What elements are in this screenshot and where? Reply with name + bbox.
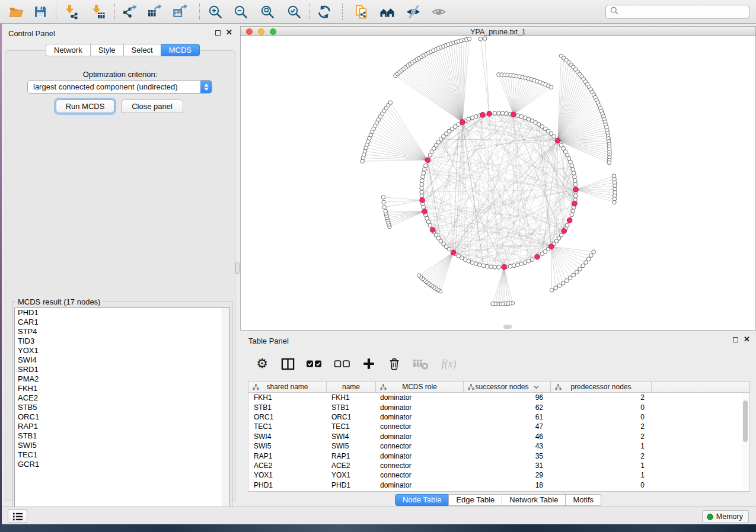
mcds-result-item[interactable]: TID3 — [15, 336, 229, 346]
column-header-name[interactable]: name — [327, 382, 376, 392]
leaf-node[interactable] — [561, 281, 565, 286]
zoom-selected-icon[interactable] — [286, 4, 302, 20]
leaf-node[interactable] — [479, 37, 483, 41]
table-row[interactable]: TEC1TEC1connector472 — [248, 422, 749, 431]
mcds-result-item[interactable]: STB1 — [15, 431, 229, 441]
mcds-node[interactable] — [555, 138, 560, 143]
window-zoom-icon[interactable] — [270, 28, 276, 35]
leaf-node[interactable] — [613, 200, 617, 204]
import-network-icon[interactable] — [63, 4, 79, 20]
leaf-node[interactable] — [388, 101, 393, 105]
mcds-result-item[interactable]: SWI5 — [15, 441, 229, 450]
network-titlebar[interactable]: YPA_prune.txt_1 — [240, 26, 756, 36]
table-row[interactable]: PHD1PHD1dominator180 — [248, 480, 749, 490]
mcds-node[interactable] — [567, 217, 572, 223]
save-session-icon[interactable] — [33, 4, 48, 20]
tab-mcds[interactable]: MCDS — [161, 44, 200, 56]
network-node[interactable] — [423, 167, 427, 171]
tab-select[interactable]: Select — [123, 44, 161, 56]
panel-splitter-handle[interactable] — [235, 262, 240, 274]
close-panel-button[interactable]: Close panel — [121, 100, 183, 113]
column-header-mcds-role[interactable]: MCDS role — [376, 382, 464, 392]
mcds-node[interactable] — [573, 187, 579, 192]
mcds-result-item[interactable]: ACE2 — [15, 393, 229, 403]
delete-row-icon[interactable] — [387, 356, 402, 371]
network-node[interactable] — [489, 265, 493, 269]
mcds-result-item[interactable]: CAR1 — [15, 318, 229, 327]
canvas-hscroll-thumb[interactable] — [503, 325, 512, 329]
mcds-node[interactable] — [451, 250, 456, 255]
leaf-node[interactable] — [483, 37, 487, 41]
network-node[interactable] — [570, 213, 574, 217]
mcds-result-item[interactable]: SWI4 — [15, 355, 229, 365]
tab-style[interactable]: Style — [90, 44, 124, 56]
refresh-layout-icon[interactable] — [317, 4, 332, 20]
float-panel-icon[interactable] — [215, 30, 221, 36]
mcds-node[interactable] — [422, 209, 428, 214]
mcds-node[interactable] — [420, 198, 425, 203]
network-node[interactable] — [573, 179, 578, 183]
mcds-node[interactable] — [572, 201, 578, 206]
run-mcds-button[interactable]: Run MCDS — [56, 100, 114, 113]
network-node[interactable] — [420, 194, 424, 198]
network-node[interactable] — [516, 114, 520, 118]
memory-button[interactable]: Memory — [702, 510, 749, 523]
column-layout-icon[interactable] — [280, 356, 295, 371]
mcds-result-item[interactable]: SRD1 — [15, 365, 229, 374]
network-node[interactable] — [481, 264, 486, 268]
mcds-result-item[interactable]: TEC1 — [15, 450, 229, 460]
tab-motifs[interactable]: Motifs — [565, 494, 601, 506]
leaf-node[interactable] — [586, 257, 591, 261]
tab-network[interactable]: Network — [46, 44, 91, 56]
mcds-node[interactable] — [511, 112, 516, 117]
leaf-node[interactable] — [554, 286, 558, 290]
mcds-node[interactable] — [480, 112, 486, 117]
open-session-icon[interactable] — [8, 4, 24, 20]
tab-node-table[interactable]: Node Table — [395, 494, 449, 506]
leaf-node[interactable] — [382, 200, 386, 204]
mcds-result-list[interactable]: PHD1CAR1STP4TID3YOX1SWI4SRD1PMA2FKH1ACE2… — [14, 307, 230, 520]
network-node[interactable] — [420, 190, 424, 194]
close-panel-icon[interactable]: ✕ — [226, 30, 232, 36]
network-node[interactable] — [493, 265, 497, 270]
leaf-node[interactable] — [575, 270, 579, 274]
network-node[interactable] — [421, 175, 425, 179]
export-table-icon[interactable] — [147, 4, 162, 20]
leaf-node[interactable] — [467, 37, 471, 41]
table-row[interactable]: YOX1YOX1connector291 — [248, 470, 749, 480]
network-canvas[interactable] — [240, 36, 756, 331]
leaf-node[interactable] — [381, 196, 385, 200]
column-header-shared-name[interactable]: shared name — [248, 382, 327, 392]
mcds-node[interactable] — [562, 228, 567, 233]
network-node[interactable] — [571, 167, 575, 171]
mcds-result-item[interactable]: ORC1 — [15, 412, 229, 422]
import-table-icon[interactable] — [90, 4, 106, 20]
network-node[interactable] — [572, 171, 576, 175]
hide-selected-icon[interactable] — [406, 4, 421, 20]
task-history-button[interactable] — [8, 509, 27, 523]
network-node[interactable] — [485, 264, 489, 268]
mcds-result-item[interactable]: STP4 — [15, 327, 229, 336]
leaf-node[interactable] — [584, 261, 588, 265]
mcds-node[interactable] — [535, 254, 540, 259]
leaf-node[interactable] — [578, 267, 582, 271]
table-row[interactable]: ORC1ORC1dominator610 — [248, 412, 749, 422]
float-panel-icon[interactable] — [733, 337, 738, 342]
network-node[interactable] — [500, 111, 505, 116]
mcds-result-item[interactable]: RAP1 — [15, 422, 229, 431]
network-node[interactable] — [519, 262, 524, 266]
network-node[interactable] — [573, 182, 578, 187]
mcds-result-scrollbar[interactable] — [222, 308, 229, 519]
leaf-node[interactable] — [384, 209, 388, 213]
mcds-result-item[interactable]: PMA2 — [15, 374, 229, 384]
network-node[interactable] — [523, 261, 527, 265]
add-row-icon[interactable] — [361, 356, 377, 371]
network-node[interactable] — [552, 134, 556, 139]
table-row[interactable]: RAP1RAP1dominator352 — [248, 451, 749, 460]
window-close-icon[interactable] — [246, 28, 253, 35]
column-header-predecessor-nodes[interactable]: predecessor nodes — [551, 382, 652, 392]
network-node[interactable] — [470, 116, 474, 120]
network-canvas-svg[interactable] — [241, 36, 755, 330]
leaf-node[interactable] — [589, 254, 594, 258]
table-row[interactable]: SWI4SWI4dominator462 — [248, 432, 749, 441]
